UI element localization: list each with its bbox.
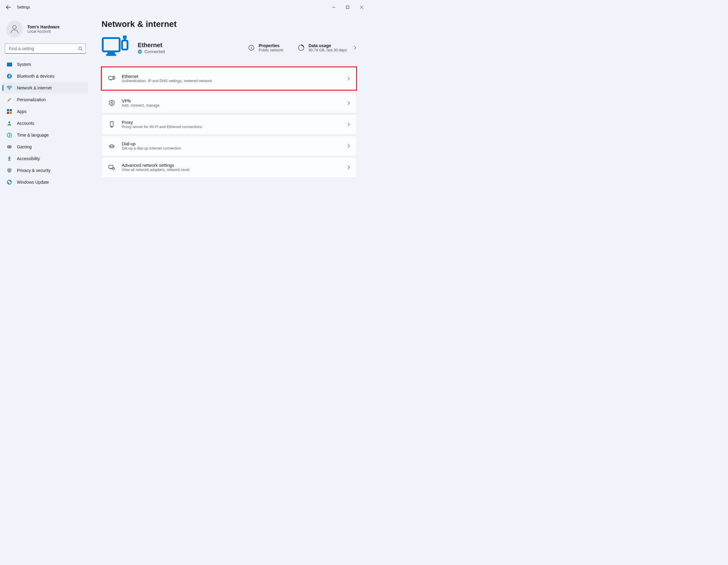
sidebar-item-label: System [17,62,31,67]
sidebar-item-privacy[interactable]: Privacy & security [2,165,88,176]
close-icon [360,6,363,9]
sidebar-item-bluetooth[interactable]: Bluetooth & devices [2,70,88,82]
card-proxy[interactable]: Proxy Proxy server for Wi-Fi and Etherne… [101,114,356,135]
app-title: Settings [17,5,30,9]
sidebar-nav: System Bluetooth & devices Network & int… [2,59,88,188]
sidebar-item-label: Windows Update [17,180,49,185]
data-usage-desc: 90.74 GB, last 30 days [309,48,347,52]
svg-rect-7 [7,109,9,111]
svg-rect-10 [10,112,12,114]
bluetooth-icon [7,73,12,79]
connection-name: Ethernet [138,42,165,49]
svg-point-6 [9,89,10,90]
svg-rect-14 [7,145,12,148]
card-title: Proxy [122,120,340,125]
dialup-icon [108,144,115,148]
ethernet-icon [108,76,115,81]
properties-desc: Public network [259,48,283,52]
search-box[interactable] [5,44,86,54]
sidebar-item-label: Accessibility [17,156,40,161]
shield-icon [7,168,12,173]
properties-link[interactable]: Properties Public network [248,43,283,52]
window-controls [327,2,369,12]
sidebar-item-personalization[interactable]: Personalization [2,94,88,105]
card-dialup[interactable]: Dial-up Set up a dial-up internet connec… [101,136,356,156]
network-status-main: Ethernet Connected [101,35,239,60]
svg-point-34 [112,147,113,147]
paintbrush-icon [7,97,12,102]
search-input[interactable] [5,44,86,54]
sidebar-item-label: Accounts [17,121,34,126]
data-usage-icon [298,44,304,51]
chevron-right-icon [347,122,350,127]
card-desc: Add, connect, manage [122,103,340,108]
connection-state: Connected [144,49,165,54]
sidebar-item-label: Bluetooth & devices [17,74,54,79]
card-desc: View all network adapters, network reset [122,168,340,172]
content-area: Network & internet Ethernet Con [91,15,371,288]
sidebar-item-label: Gaming [17,144,32,149]
sidebar-item-accounts[interactable]: Accounts [2,118,88,129]
update-icon [7,179,12,185]
card-ethernet[interactable]: Ethernet Authentication, IP and DNS sett… [101,66,357,91]
back-arrow-icon [6,5,11,10]
sidebar-item-windows-update[interactable]: Windows Update [2,176,88,188]
sidebar-item-system[interactable]: System [2,59,88,70]
svg-rect-27 [109,76,113,79]
sidebar-item-accessibility[interactable]: Accessibility [2,153,88,164]
svg-rect-30 [110,121,113,126]
svg-point-16 [10,147,11,147]
svg-rect-4 [7,66,12,66]
avatar [6,21,23,37]
globe-icon [138,50,142,54]
svg-point-11 [8,121,10,123]
settings-cards: Ethernet Authentication, IP and DNS sett… [101,67,356,178]
sidebar-item-label: Time & language [17,133,49,137]
chevron-right-icon [353,46,356,50]
sidebar-item-apps[interactable]: Apps [2,106,88,117]
svg-point-31 [111,123,112,123]
sidebar-item-time-language[interactable]: Time & language [2,129,88,141]
svg-point-33 [111,147,111,147]
sidebar-item-label: Privacy & security [17,168,50,173]
card-advanced-network[interactable]: Advanced network settings View all netwo… [101,157,356,178]
close-button[interactable] [355,2,369,12]
svg-rect-28 [113,77,115,79]
minimize-icon [332,6,335,9]
chevron-right-icon [347,144,350,148]
status-links: Properties Public network Data usage 90.… [248,43,356,52]
svg-point-13 [10,135,12,137]
avatar-icon [9,24,20,34]
svg-point-36 [113,168,114,169]
card-vpn[interactable]: VPN Add, connect, manage [101,93,356,113]
data-usage-link[interactable]: Data usage 90.74 GB, last 30 days [298,43,356,52]
svg-rect-0 [346,6,349,9]
advanced-network-icon [108,165,115,170]
sidebar-item-label: Apps [17,109,27,114]
profile-name: Tom's Hardware [27,24,60,29]
gaming-icon [7,144,12,150]
back-button[interactable] [2,1,14,13]
profile-subtitle: Local Account [27,29,60,34]
card-desc: Authentication, IP and DNS settings, met… [122,79,340,83]
card-desc: Set up a dial-up internet connection [122,146,340,150]
profile-block[interactable]: Tom's Hardware Local Account [2,17,88,44]
card-title: Ethernet [122,74,340,79]
svg-rect-19 [103,38,120,51]
page-title: Network & internet [101,19,356,29]
data-usage-title: Data usage [309,43,347,48]
sidebar-item-gaming[interactable]: Gaming [2,141,88,153]
sidebar-item-network[interactable]: Network & internet [2,82,88,94]
apps-icon [7,109,12,114]
card-title: Advanced network settings [122,163,340,168]
vpn-shield-icon [108,100,115,106]
card-desc: Proxy server for Wi-Fi and Ethernet conn… [122,125,340,129]
svg-rect-32 [110,146,114,148]
card-title: Dial-up [122,141,340,146]
card-title: VPN [122,98,340,103]
minimize-button[interactable] [327,2,341,12]
chevron-right-icon [347,76,350,81]
titlebar: Settings [0,0,371,15]
chevron-right-icon [347,101,350,105]
maximize-button[interactable] [341,2,355,12]
